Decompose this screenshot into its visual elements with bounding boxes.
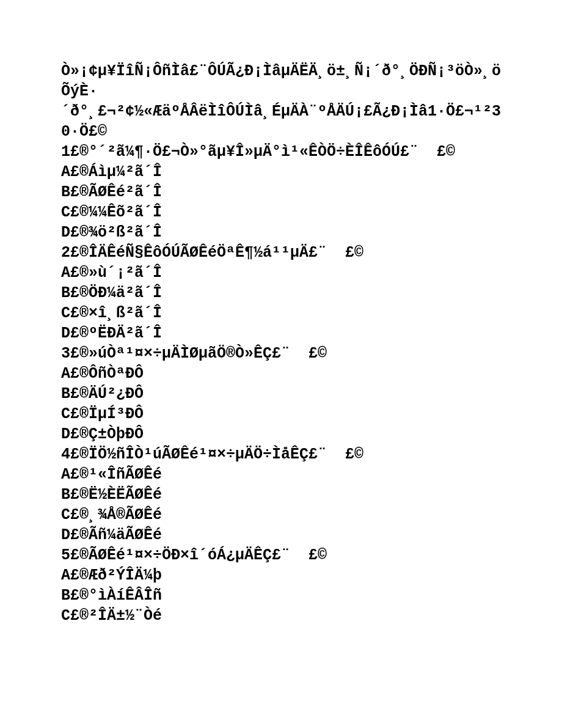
q4-option-c: C£®¸¾Å®ÃØÊé: [61, 506, 162, 524]
q3-option-b: B£®ÄÚ²¿ÐÔ: [61, 385, 144, 403]
q1-option-c: C£®¼¼Êõ²ã´Î: [61, 204, 162, 221]
q3-stem: 3£®»úÒª¹¤×÷µÄÌØµãÖ®Ò»ÊÇ£¨ £©: [61, 345, 327, 362]
q2-option-a: A£®»ù´¡²ã´Î: [61, 264, 162, 282]
q5-option-a: A£®Æð²ÝÎÄ¼þ: [61, 567, 162, 584]
q3-option-a: A£®ÔñÒªÐÔ: [61, 365, 144, 383]
q2-stem: 2£®ÎÄÊéÑ§ÊôÓÚÃØÊéÖªÊ¶½á¹¹µÄ£¨ £©: [61, 244, 363, 262]
q5-option-b: B£®°ìÀíÊÂÎñ: [61, 587, 162, 605]
document-page: Ò»¡¢µ¥ÏîÑ¡ÔñÌâ£¨ÔÚÃ¿Ð¡ÌâµÄËÄ¸ö±¸Ñ¡´ð°¸ÖÐ…: [0, 0, 562, 728]
q5-stem: 5£®ÃØÊé¹¤×÷ÖÐ×î´óÁ¿µÄÊÇ£¨ £©: [61, 546, 327, 564]
q3-option-c: C£®ÏµÍ³ÐÔ: [61, 405, 144, 423]
q4-option-a: A£®¹«ÎñÃØÊé: [61, 466, 162, 483]
q1-option-a: A£®Áìµ¼²ã´Î: [61, 163, 162, 181]
q2-option-b: B£®ÖÐ¼ä²ã´Î: [61, 284, 162, 302]
q5-option-c: C£®²ÎÄ±½¨Òé: [61, 607, 162, 625]
q1-option-d: D£®¾ö²ß²ã´Î: [61, 224, 162, 241]
q4-stem: 4£®ÏÖ½ñÎÒ¹úÃØÊé¹¤×÷µÄÖ÷ÌåÊÇ£¨ £©: [61, 446, 363, 463]
q4-option-d: D£®Ãñ¼äÃØÊé: [61, 526, 162, 544]
q2-option-c: C£®×î¸ß²ã´Î: [61, 304, 162, 322]
q1-option-b: B£®ÃØÊé²ã´Î: [61, 183, 162, 201]
intro-paragraph: Ò»¡¢µ¥ÏîÑ¡ÔñÌâ£¨ÔÚÃ¿Ð¡ÌâµÄËÄ¸ö±¸Ñ¡´ð°¸ÖÐ…: [61, 62, 501, 141]
q3-option-d: D£®Ç±ÒþÐÔ: [61, 425, 144, 443]
q2-option-d: D£®ºËÐÄ²ã´Î: [61, 325, 162, 342]
q1-stem: 1£®°´²ã¼¶·Ö£¬Ò»°ãµ¥Î»µÄ°ì¹«ÊÒÖ÷ÈÎÊôÓÚ£¨ …: [61, 143, 455, 161]
q4-option-b: B£®Ë½ÈËÃØÊé: [61, 486, 162, 504]
